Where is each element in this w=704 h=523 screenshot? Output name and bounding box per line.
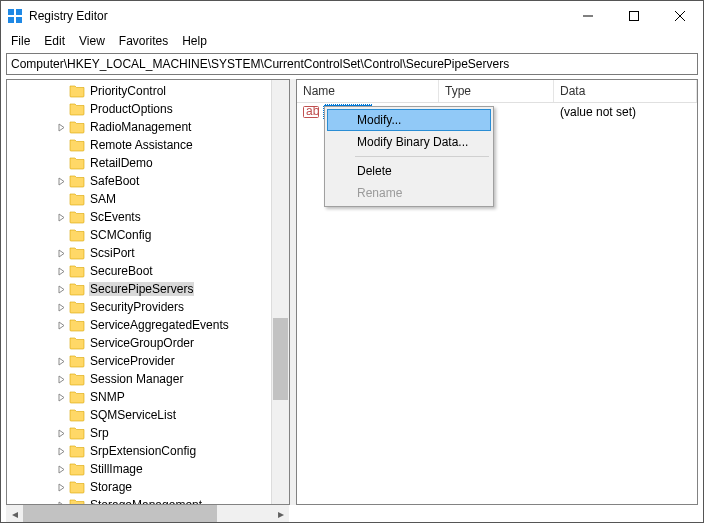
tree-item-label: SNMP [89, 390, 126, 404]
tree-item-label: SafeBoot [89, 174, 140, 188]
tree-item-label: Srp [89, 426, 110, 440]
folder-icon [69, 498, 85, 505]
folder-icon [69, 210, 85, 224]
tree-item[interactable]: SecureBoot [7, 262, 289, 280]
tree-item-label: StorageManagement [89, 498, 203, 505]
column-name[interactable]: Name [297, 80, 439, 102]
expander-icon[interactable] [55, 265, 67, 277]
menubar: File Edit View Favorites Help [1, 31, 703, 51]
tree-scrollbar-thumb[interactable] [273, 318, 288, 400]
expander-icon[interactable] [55, 355, 67, 367]
expander-icon[interactable] [55, 283, 67, 295]
tree-item[interactable]: Session Manager [7, 370, 289, 388]
tree-item[interactable]: ServiceGroupOrder [7, 334, 289, 352]
close-button[interactable] [657, 1, 703, 31]
column-type[interactable]: Type [439, 80, 554, 102]
folder-icon [69, 336, 85, 350]
menu-file[interactable]: File [5, 32, 36, 50]
expander-icon[interactable] [55, 301, 67, 313]
tree-pane[interactable]: PriorityControlProductOptionsRadioManage… [6, 79, 290, 505]
expander-icon[interactable] [55, 121, 67, 133]
tree-item-label: StillImage [89, 462, 144, 476]
address-bar[interactable]: Computer\HKEY_LOCAL_MACHINE\SYSTEM\Curre… [6, 53, 698, 75]
tree-item[interactable]: SAM [7, 190, 289, 208]
cell-data: (value not set) [554, 105, 697, 119]
menu-edit[interactable]: Edit [38, 32, 71, 50]
menu-help[interactable]: Help [176, 32, 213, 50]
tree-item[interactable]: SCMConfig [7, 226, 289, 244]
menu-modify-binary-label: Modify Binary Data... [357, 135, 468, 149]
expander-icon[interactable] [55, 445, 67, 457]
tree: PriorityControlProductOptionsRadioManage… [7, 80, 289, 505]
tree-item[interactable]: SafeBoot [7, 172, 289, 190]
expander-icon[interactable] [55, 211, 67, 223]
expander-icon[interactable] [55, 319, 67, 331]
menu-modify[interactable]: Modify... [327, 109, 491, 131]
folder-icon [69, 444, 85, 458]
tree-item[interactable]: ScEvents [7, 208, 289, 226]
folder-icon [69, 102, 85, 116]
tree-item-label: SecurePipeServers [89, 282, 194, 296]
tree-hscrollbar[interactable]: ◂ ▸ [6, 505, 289, 522]
scroll-right-icon[interactable]: ▸ [272, 505, 289, 522]
maximize-button[interactable] [611, 1, 657, 31]
tree-item[interactable]: Remote Assistance [7, 136, 289, 154]
column-data[interactable]: Data [554, 80, 697, 102]
scroll-track[interactable] [23, 505, 272, 522]
tree-item[interactable]: ServiceProvider [7, 352, 289, 370]
expander-icon[interactable] [55, 463, 67, 475]
tree-item-label: ServiceGroupOrder [89, 336, 195, 350]
menu-delete-label: Delete [357, 164, 392, 178]
tree-item[interactable]: ProductOptions [7, 100, 289, 118]
titlebar: Registry Editor [1, 1, 703, 31]
menu-modify-label: Modify... [357, 113, 401, 127]
menu-favorites[interactable]: Favorites [113, 32, 174, 50]
tree-item-label: PriorityControl [89, 84, 167, 98]
folder-icon [69, 282, 85, 296]
tree-item-label: ServiceAggregatedEvents [89, 318, 230, 332]
tree-item[interactable]: Srp [7, 424, 289, 442]
expander-icon[interactable] [55, 427, 67, 439]
folder-icon [69, 192, 85, 206]
menu-view[interactable]: View [73, 32, 111, 50]
tree-item-label: Storage [89, 480, 133, 494]
svg-rect-2 [8, 17, 14, 23]
tree-item[interactable]: PriorityControl [7, 82, 289, 100]
address-text: Computer\HKEY_LOCAL_MACHINE\SYSTEM\Curre… [11, 57, 509, 71]
expander-icon[interactable] [55, 175, 67, 187]
tree-item[interactable]: Storage [7, 478, 289, 496]
tree-item[interactable]: RadioManagement [7, 118, 289, 136]
string-value-icon: ab [303, 104, 319, 120]
tree-item[interactable]: StorageManagement [7, 496, 289, 505]
folder-icon [69, 156, 85, 170]
minimize-button[interactable] [565, 1, 611, 31]
expander-icon[interactable] [55, 391, 67, 403]
tree-item[interactable]: SNMP [7, 388, 289, 406]
scroll-thumb[interactable] [23, 505, 217, 522]
expander-icon[interactable] [55, 481, 67, 493]
expander-icon[interactable] [55, 373, 67, 385]
tree-item-label: SecureBoot [89, 264, 154, 278]
window-controls [565, 1, 703, 31]
folder-icon [69, 354, 85, 368]
tree-item[interactable]: SecurityProviders [7, 298, 289, 316]
tree-item[interactable]: SQMServiceList [7, 406, 289, 424]
tree-item[interactable]: ScsiPort [7, 244, 289, 262]
tree-item[interactable]: ServiceAggregatedEvents [7, 316, 289, 334]
scroll-left-icon[interactable]: ◂ [6, 505, 23, 522]
svg-rect-0 [8, 9, 14, 15]
expander-icon[interactable] [55, 247, 67, 259]
tree-item[interactable]: RetailDemo [7, 154, 289, 172]
tree-item-label: ScsiPort [89, 246, 136, 260]
context-menu: Modify... Modify Binary Data... Delete R… [324, 106, 494, 207]
folder-icon [69, 426, 85, 440]
app-icon [7, 8, 23, 24]
tree-item[interactable]: StillImage [7, 460, 289, 478]
folder-icon [69, 318, 85, 332]
menu-modify-binary[interactable]: Modify Binary Data... [327, 131, 491, 153]
tree-item[interactable]: SecurePipeServers [7, 280, 289, 298]
tree-item[interactable]: SrpExtensionConfig [7, 442, 289, 460]
menu-delete[interactable]: Delete [327, 160, 491, 182]
tree-item-label: SCMConfig [89, 228, 152, 242]
folder-icon [69, 462, 85, 476]
